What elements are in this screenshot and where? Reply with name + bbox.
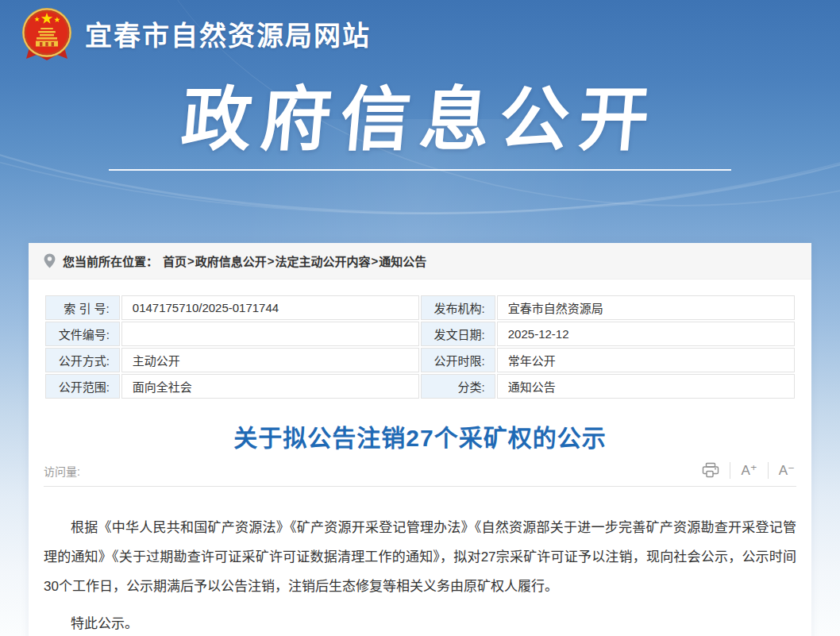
meta-label-disclosure-scope: 公开范围: <box>45 374 120 399</box>
banner-underline <box>109 169 731 171</box>
meta-label-issue-date: 发文日期: <box>421 322 495 346</box>
meta-value-disclosure-method: 主动公开 <box>121 348 419 372</box>
meta-value-index-number: 0147175710/2025-0171744 <box>121 295 419 320</box>
print-button[interactable] <box>692 462 730 478</box>
meta-label-document-number: 文件编号: <box>45 322 120 346</box>
page: 宜春市自然资源局网站 政府信息公开 您当前所在位置： 首页 > 政府信息公开 >… <box>0 0 840 636</box>
breadcrumb-item-info-disclosure[interactable]: 政府信息公开 <box>195 252 267 269</box>
document-meta-table: 索 引 号: 0147175710/2025-0171744 发布机构: 宜春市… <box>44 294 796 400</box>
breadcrumb-label: 您当前所在位置： <box>63 252 158 269</box>
breadcrumb-separator: > <box>372 254 379 268</box>
meta-value-disclosure-scope: 面向全社会 <box>121 374 419 399</box>
table-row: 索 引 号: 0147175710/2025-0171744 发布机构: 宜春市… <box>45 295 795 320</box>
printer-icon <box>702 462 719 478</box>
table-row: 文件编号: 发文日期: 2025-12-12 <box>45 322 795 346</box>
breadcrumb: 您当前所在位置： 首页 > 政府信息公开 > 法定主动公开内容 > 通知公告 <box>29 243 811 279</box>
location-pin-icon <box>44 253 56 268</box>
article-paragraph: 根据《中华人民共和国矿产资源法》《矿产资源开采登记管理办法》《自然资源部关于进一… <box>44 513 796 602</box>
meta-label-category: 分类: <box>421 374 495 399</box>
meta-label-disclosure-method: 公开方式: <box>45 348 120 372</box>
meta-value-issuing-agency: 宜春市自然资源局 <box>497 295 795 320</box>
visits-toolbar-row: 访问量: A⁺ A⁻ <box>44 462 796 487</box>
font-increase-button[interactable]: A⁺ <box>730 462 767 479</box>
breadcrumb-separator: > <box>268 254 275 268</box>
meta-value-issue-date: 2025-12-12 <box>497 322 795 346</box>
banner: 政府信息公开 <box>0 60 840 171</box>
national-emblem-icon <box>20 6 74 60</box>
meta-label-disclosure-period: 公开时限: <box>421 348 495 372</box>
article-toolbar: A⁺ A⁻ <box>692 462 796 479</box>
table-row: 公开方式: 主动公开 公开时限: 常年公开 <box>45 348 795 372</box>
meta-value-disclosure-period: 常年公开 <box>497 348 795 372</box>
meta-value-document-number <box>121 322 419 346</box>
site-title-link[interactable]: 宜春市自然资源局网站 <box>85 14 371 53</box>
content-card: 您当前所在位置： 首页 > 政府信息公开 > 法定主动公开内容 > 通知公告 索… <box>29 243 811 636</box>
banner-title: 政府信息公开 <box>179 81 662 160</box>
font-decrease-button[interactable]: A⁻ <box>768 462 796 479</box>
table-row: 公开范围: 面向全社会 分类: 通知公告 <box>45 374 795 399</box>
breadcrumb-item-notices[interactable]: 通知公告 <box>379 252 426 269</box>
visit-count-label: 访问量: <box>44 463 80 479</box>
page-title: 关于拟公告注销27个采矿权的公示 <box>44 422 796 454</box>
site-header: 宜春市自然资源局网站 <box>0 0 840 60</box>
meta-value-category: 通知公告 <box>497 374 795 399</box>
breadcrumb-separator: > <box>187 254 195 268</box>
meta-label-issuing-agency: 发布机构: <box>421 295 495 320</box>
breadcrumb-item-home[interactable]: 首页 <box>163 252 187 269</box>
breadcrumb-item-statutory-content[interactable]: 法定主动公开内容 <box>276 252 371 269</box>
meta-label-index-number: 索 引 号: <box>45 295 120 320</box>
article-body: 根据《中华人民共和国矿产资源法》《矿产资源开采登记管理办法》《自然资源部关于进一… <box>44 513 796 636</box>
article-paragraph: 特此公示。 <box>44 609 796 636</box>
card-body: 索 引 号: 0147175710/2025-0171744 发布机构: 宜春市… <box>29 294 811 636</box>
